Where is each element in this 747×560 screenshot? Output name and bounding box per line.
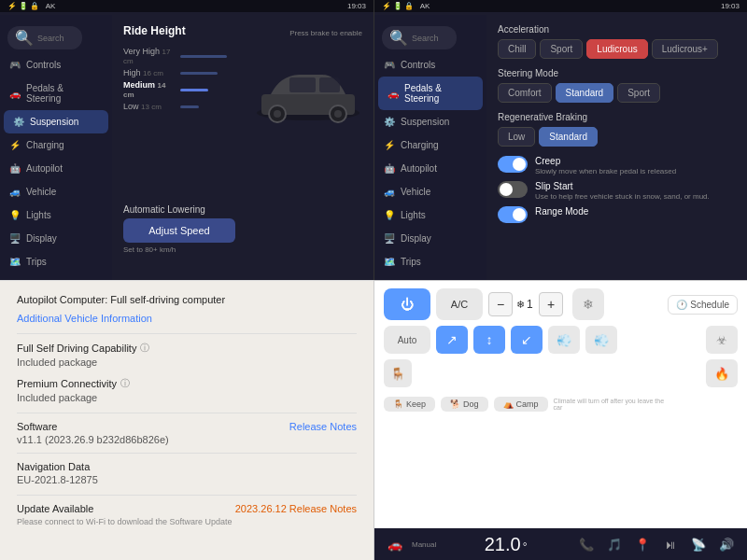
temp-control: − ❄ 1 +	[488, 292, 563, 316]
sidebar-item-display-q2[interactable]: 🖥️Display	[374, 227, 486, 250]
bluetooth-icon[interactable]: 📡	[687, 533, 710, 555]
power-button[interactable]: ⏻	[384, 288, 430, 320]
pedals-icon: 🚗	[9, 89, 21, 99]
side-mirror-button[interactable]: 💨	[585, 326, 617, 354]
controls-icon: 🎮	[9, 60, 21, 70]
range-text: Range Mode	[535, 206, 588, 217]
sidebar-label: Controls	[26, 60, 61, 70]
search-icon-q2: 🔍	[389, 29, 408, 47]
sidebar-item-autopilot-q2[interactable]: 🤖Autopilot	[374, 157, 486, 180]
nav-car-icon[interactable]: 🚗	[384, 533, 406, 555]
volume-icon[interactable]: 🔊	[715, 533, 738, 555]
regen-low[interactable]: Low	[498, 127, 535, 147]
sidebar-item-pedals-q2[interactable]: 🚗Pedals &Steering	[378, 77, 483, 110]
seat-heater-left[interactable]: 🪑	[384, 359, 412, 387]
fsd-info-icon[interactable]: ⓘ	[140, 342, 149, 355]
sidebar-item-suspension-q2[interactable]: ⚙️Suspension	[374, 110, 486, 133]
accel-chill[interactable]: Chill	[498, 39, 536, 59]
sidebar-item-display[interactable]: 🖥️Display	[0, 227, 112, 250]
phone-icon[interactable]: 📞	[575, 533, 598, 555]
power-icon: ⏻	[401, 297, 414, 312]
sidebar-item-pedals[interactable]: 🚗Pedals &Steering	[0, 77, 112, 110]
sidebar-item-trips[interactable]: 🗺️Trips	[0, 250, 112, 273]
defrost-button[interactable]: ❄	[572, 288, 604, 320]
fan-mode-3[interactable]: ↙	[511, 326, 543, 354]
sidebar-item-controls[interactable]: 🎮Controls	[0, 53, 112, 77]
accel-sport[interactable]: Sport	[540, 39, 583, 59]
dog-label: Dog	[463, 399, 479, 409]
regen-standard[interactable]: Standard	[539, 127, 598, 147]
regen-title: Regenerative Braking	[498, 112, 736, 122]
lights-icon-q2: 💡	[384, 210, 395, 220]
temp-display: 21.0	[485, 534, 521, 555]
ac-label: A/C	[451, 299, 468, 310]
rear-defrost-button[interactable]: 💨	[548, 326, 580, 354]
media-icon[interactable]: 🎵	[603, 533, 626, 555]
temp-minus-btn[interactable]: −	[488, 292, 513, 316]
creep-text: Creep Slowly move when brake pedal is re…	[535, 156, 676, 175]
search-bar[interactable]: 🔍	[7, 26, 82, 49]
bio-defense-button[interactable]: ☣	[706, 326, 738, 354]
auto-lowering-section: Automatic Lowering Adjust Speed Set to 8…	[123, 204, 362, 254]
sidebar-item-charging[interactable]: ⚡Charging	[0, 133, 112, 157]
steer-standard[interactable]: Standard	[556, 83, 614, 103]
temp-plus-btn[interactable]: +	[539, 292, 563, 316]
nav-value: EU-2021.8-12875	[17, 474, 357, 485]
accel-ludicrous[interactable]: Ludicrous	[586, 39, 647, 59]
status-time: 19:03	[347, 2, 366, 10]
nav-item: Navigation Data EU-2021.8-12875	[17, 461, 357, 485]
auto-button[interactable]: Auto	[384, 326, 430, 354]
dog-preset[interactable]: 🐕 Dog	[441, 397, 488, 412]
autopilot-icon-q2: 🤖	[384, 163, 395, 174]
schedule-button[interactable]: 🕐 Schedule	[668, 295, 738, 315]
nav-icon-btn[interactable]: 📍	[631, 533, 654, 555]
set-speed-text: Set to 80+ km/h	[123, 245, 362, 254]
trips-icon: 🗺️	[9, 257, 21, 267]
camp-preset[interactable]: ⛺ Camp	[494, 397, 548, 412]
accel-ludicrous-plus[interactable]: Ludicrous+	[652, 39, 718, 59]
adjust-speed-button[interactable]: Adjust Speed	[123, 218, 235, 243]
apps-icon[interactable]: ⏯	[659, 533, 682, 555]
search-input-q2[interactable]	[412, 34, 468, 43]
update-notes-link[interactable]: 2023.26.12 Release Notes	[235, 503, 357, 514]
climate-controls: ⏻ A/C − ❄ 1 + ❄ 🕐 Schedule	[374, 281, 747, 528]
seat-control-row: 🪑 🔥	[384, 359, 738, 387]
keep-icon: 🪑	[393, 399, 403, 409]
fan-icon: ❄	[516, 299, 525, 311]
sidebar-item-vehicle-q2[interactable]: 🚙Vehicle	[374, 180, 486, 203]
sidebar-item-lights-q2[interactable]: 💡Lights	[374, 203, 486, 227]
vehicle-info-link[interactable]: Additional Vehicle Information	[17, 313, 152, 324]
keep-preset[interactable]: 🪑 Keep	[384, 397, 435, 412]
search-input[interactable]	[37, 34, 93, 43]
update-note: Please connect to Wi-Fi to download the …	[17, 517, 357, 526]
search-bar-q2[interactable]: 🔍	[382, 26, 457, 49]
range-toggle[interactable]	[498, 206, 528, 223]
sidebar-label: Lights	[26, 210, 51, 220]
sidebar-item-suspension[interactable]: ⚙️Suspension	[4, 110, 108, 133]
ride-height-title: Ride Height	[123, 24, 186, 37]
slip-toggle[interactable]	[498, 181, 528, 198]
climate-top-row: ⏻ A/C − ❄ 1 + ❄ 🕐 Schedule	[384, 288, 738, 320]
sidebar-item-vehicle[interactable]: 🚙Vehicle	[0, 180, 112, 203]
fan-mode-2[interactable]: ↕	[473, 326, 505, 354]
ac-button[interactable]: A/C	[436, 288, 483, 320]
sidebar-item-lights[interactable]: 💡Lights	[0, 203, 112, 227]
fan-control-row: Auto ↗ ↕ ↙ 💨 💨 ☣	[384, 326, 738, 354]
release-notes-link[interactable]: Release Notes	[289, 421, 357, 432]
sidebar-label: Display	[26, 233, 57, 244]
rear-heat-button[interactable]: 🔥	[706, 359, 738, 387]
steer-comfort[interactable]: Comfort	[498, 83, 552, 103]
fan-mode-1[interactable]: ↗	[436, 326, 468, 354]
sidebar-item-trips-q2[interactable]: 🗺️Trips	[374, 250, 486, 273]
sidebar-item-controls-q2[interactable]: 🎮Controls	[374, 53, 486, 77]
connectivity-info-icon[interactable]: ⓘ	[120, 377, 130, 390]
fsd-label: Full Self Driving Capability ⓘ	[17, 342, 357, 355]
sidebar-item-autopilot[interactable]: 🤖Autopilot	[0, 157, 112, 180]
creep-toggle[interactable]	[498, 156, 528, 173]
sidebar-item-charging-q2[interactable]: ⚡Charging	[374, 133, 486, 157]
connectivity-value: Included package	[17, 392, 357, 403]
sidebar-label: Pedals &Steering	[26, 83, 63, 104]
steer-sport[interactable]: Sport	[617, 83, 660, 103]
status-left: ⚡ 🔋 🔒 AK	[7, 2, 55, 10]
steering-title: Steering Mode	[498, 68, 736, 78]
